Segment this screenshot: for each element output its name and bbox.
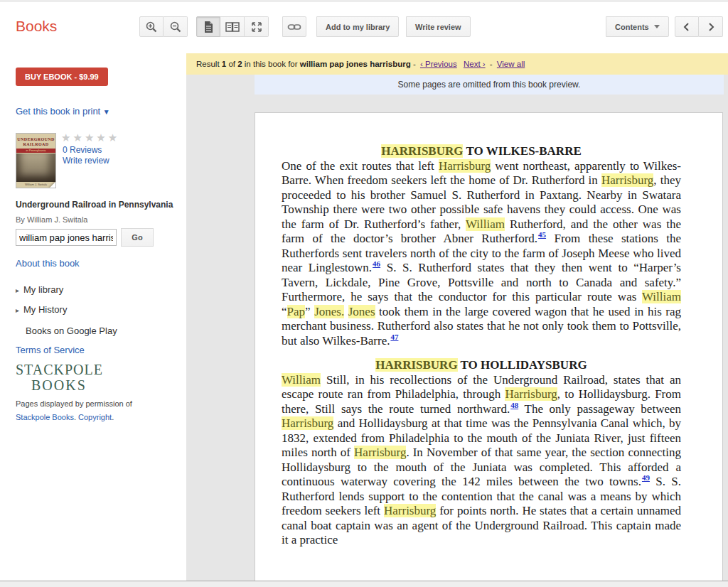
nav-label: My library <box>23 284 63 295</box>
left-sidebar: BUY EBOOK - $9.99 Get this book in print… <box>0 53 186 587</box>
triangle-right-icon: ▸ <box>16 306 19 314</box>
contents-label: Contents <box>615 23 649 31</box>
page-nav-group <box>675 16 723 37</box>
result-nav-link[interactable]: Next › <box>464 60 486 68</box>
nav-label: Books on Google Play <box>26 325 117 336</box>
book-author: By William J. Switala <box>16 215 87 224</box>
sidebar-item-books-on-google-play[interactable]: Books on Google Play <box>16 325 117 336</box>
rating-stars[interactable]: ★★★★★ <box>61 131 119 144</box>
triangle-right-icon: ▸ <box>16 286 19 294</box>
page-paragraph: William Still, in his recollections of t… <box>282 373 681 548</box>
search-input[interactable] <box>16 229 117 246</box>
page-paragraph: One of the exit routes that left Harrisb… <box>282 159 681 349</box>
contents-dropdown[interactable]: Contents <box>606 16 669 37</box>
sidebar-item-my-library[interactable]: ▸My library <box>16 284 63 295</box>
reviews-count-link[interactable]: 0 Reviews <box>63 145 102 155</box>
zoom-button-group <box>139 16 188 37</box>
triangle-down-icon: ▼ <box>103 108 110 116</box>
chain-link-icon <box>287 21 301 33</box>
book-title: Underground Railroad in Pennsylvania <box>16 200 176 210</box>
stackpole-books-logo: STACKPOLE BOOKS <box>16 362 103 393</box>
chevron-down-icon <box>654 25 660 28</box>
page-view-button-group <box>196 16 269 37</box>
sidebar-write-review-link[interactable]: Write review <box>63 156 109 166</box>
result-nav-link[interactable]: View all <box>497 60 525 68</box>
page-heading: HARRISBURG TO HOLLIDAYSBURG <box>282 358 681 373</box>
link-button-group <box>282 16 306 37</box>
footnote-ref[interactable]: 45 <box>538 230 546 239</box>
zoom-out-icon <box>169 21 182 33</box>
zoom-out-button[interactable] <box>164 16 188 37</box>
share-link-button[interactable] <box>282 16 306 37</box>
omitted-pages-notice: Some pages are omitted from this book pr… <box>255 75 724 95</box>
previous-page-button[interactable] <box>675 16 699 37</box>
get-book-in-print-link[interactable]: Get this book in print ▼ <box>16 106 110 117</box>
cover-corner-fold <box>49 181 56 188</box>
nav-label: My History <box>23 304 67 315</box>
search-go-button[interactable]: Go <box>121 228 154 247</box>
book-cover-thumbnail[interactable]: UNDERGROUND RAILROAD in Pennsylvania Wil… <box>16 133 56 188</box>
fullscreen-icon <box>250 21 263 33</box>
in-book-search: Go <box>16 228 154 247</box>
result-nav-link[interactable]: ‹ Previous <box>420 60 457 68</box>
cover-illustration <box>16 154 55 182</box>
contents-group: Contents <box>606 16 669 37</box>
next-page-button[interactable] <box>699 16 723 37</box>
two-page-icon <box>225 21 240 33</box>
books-logo: Books <box>16 18 57 35</box>
zoom-in-icon <box>145 21 158 33</box>
write-review-group: Write review <box>406 16 471 37</box>
footnote-ref[interactable]: 46 <box>373 259 380 268</box>
chevron-right-icon <box>706 21 716 33</box>
add-to-library-button[interactable]: Add to my library <box>316 16 399 37</box>
buy-ebook-button[interactable]: BUY EBOOK - $9.99 <box>16 68 108 86</box>
two-page-view-button[interactable] <box>220 16 245 37</box>
print-link-label: Get this book in print <box>16 106 100 117</box>
footnote-ref[interactable]: 47 <box>390 333 398 341</box>
horizontal-scrollbar[interactable] <box>0 581 728 587</box>
chevron-left-icon <box>682 21 692 33</box>
single-page-view-button[interactable] <box>196 16 220 37</box>
book-page: HARRISBURG TO WILKES-BARREOne of the exi… <box>255 112 723 587</box>
permission-text: Pages displayed by permission of Stackpo… <box>16 397 168 424</box>
single-page-icon <box>203 21 214 33</box>
cover-band: in Pennsylvania <box>16 149 55 153</box>
fullscreen-button[interactable] <box>245 16 269 37</box>
about-this-book-link[interactable]: About this book <box>16 258 80 269</box>
main-content-area: Result 1 of 2 in this book for william p… <box>186 53 728 587</box>
zoom-in-button[interactable] <box>139 16 164 37</box>
sidebar-item-my-history[interactable]: ▸My History <box>16 304 67 315</box>
top-toolbar: Books <box>0 2 728 53</box>
inline-link[interactable]: Stackpole Books <box>16 413 74 421</box>
footnote-ref[interactable]: 48 <box>510 401 518 409</box>
terms-of-service-link[interactable]: Terms of Service <box>16 345 85 355</box>
inline-link[interactable]: Copyright <box>78 413 112 421</box>
book-page-content: HARRISBURG TO WILKES-BARREOne of the exi… <box>255 113 722 548</box>
write-review-button[interactable]: Write review <box>406 16 471 37</box>
page-heading: HARRISBURG TO WILKES-BARRE <box>282 144 681 159</box>
footnote-ref[interactable]: 49 <box>642 473 650 482</box>
cover-title: UNDERGROUND RAILROAD <box>16 134 55 147</box>
search-result-bar: Result 1 of 2 in this book for william p… <box>186 53 728 75</box>
add-library-group: Add to my library <box>316 16 399 37</box>
